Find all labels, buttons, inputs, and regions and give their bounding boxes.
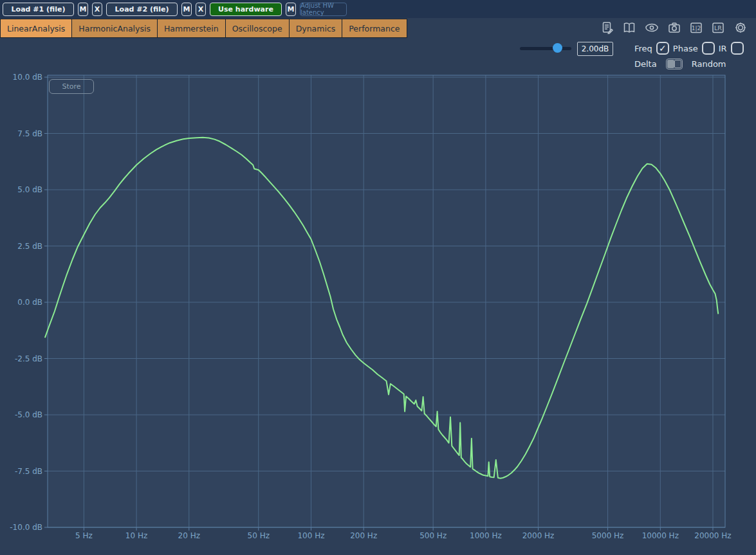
- x-tick-label: 100 Hz: [297, 531, 324, 540]
- x-tick-label: 1000 Hz: [470, 531, 502, 540]
- y-tick-label: 2.5 dB: [17, 242, 42, 251]
- x-tick-label: 5 Hz: [75, 531, 93, 540]
- x-tick-label: 10000 Hz: [642, 531, 679, 540]
- x-tick-label: 200 Hz: [350, 531, 377, 540]
- y-tick-label: -2.5 dB: [15, 354, 42, 363]
- y-tick-label: -10.0 dB: [10, 523, 42, 532]
- x-tick-label: 20 Hz: [178, 531, 200, 540]
- y-tick-label: -5.0 dB: [15, 410, 42, 419]
- x-tick-label: 2000 Hz: [522, 531, 555, 540]
- y-tick-label: 7.5 dB: [17, 129, 42, 138]
- x-tick-label: 50 Hz: [248, 531, 270, 540]
- y-tick-label: 5.0 dB: [17, 185, 42, 194]
- y-tick-label: 10.0 dB: [13, 73, 42, 82]
- x-tick-label: 20000 Hz: [694, 531, 731, 540]
- x-tick-label: 5000 Hz: [592, 531, 624, 540]
- y-tick-label: 0.0 dB: [17, 298, 42, 307]
- y-tick-label: -7.5 dB: [15, 467, 42, 476]
- frequency-response-chart: 10.0 dB7.5 dB5.0 dB2.5 dB0.0 dB-2.5 dB-5…: [0, 0, 756, 555]
- store-button[interactable]: Store: [49, 79, 94, 94]
- plot-background: [48, 75, 725, 527]
- x-tick-label: 10 Hz: [125, 531, 147, 540]
- x-tick-label: 500 Hz: [419, 531, 447, 540]
